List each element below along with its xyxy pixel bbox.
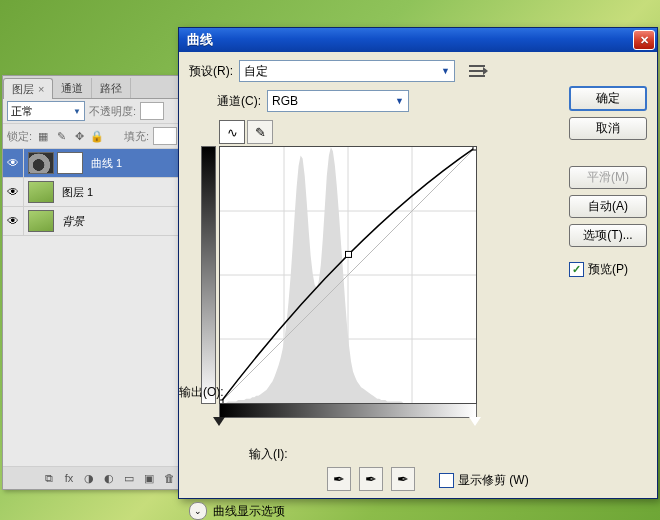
disclosure[interactable]: ⌄ 曲线显示选项 <box>189 502 285 520</box>
ok-button[interactable]: 确定 <box>569 86 647 111</box>
gray-eyedropper[interactable]: ✒ <box>359 467 383 491</box>
blend-mode-select[interactable]: 正常 ▼ <box>7 101 85 121</box>
curve-point-tool[interactable]: ∿ <box>219 120 245 144</box>
adjustment-icon[interactable]: ◐ <box>101 471 117 485</box>
button-column: 确定 取消 平滑(M) 自动(A) 选项(T)... ✓ 预览(P) <box>569 86 647 278</box>
output-gradient <box>201 146 216 404</box>
link-icon[interactable]: ⧉ <box>41 471 57 485</box>
layer-list-empty <box>3 236 181 466</box>
input-label: 输入(I): <box>249 446 288 463</box>
preview-checkbox[interactable]: ✓ 预览(P) <box>569 261 647 278</box>
curve-point[interactable] <box>473 147 476 150</box>
channel-value: RGB <box>272 94 298 108</box>
input-slider <box>219 418 477 430</box>
chevron-down-icon: ▼ <box>73 107 81 116</box>
chevron-down-icon: ▼ <box>441 66 450 76</box>
curve-point[interactable] <box>346 251 352 257</box>
lock-label: 锁定: <box>7 129 32 144</box>
panel-tabs: 图层× 通道 路径 <box>3 76 181 99</box>
button-label: 选项(T)... <box>583 227 632 244</box>
titlebar[interactable]: 曲线 ✕ <box>179 28 657 52</box>
close-icon[interactable]: × <box>38 83 44 95</box>
tab-label: 路径 <box>100 82 122 94</box>
lock-move-icon[interactable]: ✥ <box>72 129 86 143</box>
layer-row[interactable]: 👁 曲线 1 <box>3 149 181 178</box>
checkbox[interactable] <box>439 473 454 488</box>
layer-thumb[interactable] <box>28 210 54 232</box>
layers-panel: 图层× 通道 路径 正常 ▼ 不透明度: 锁定: ▦ ✎ ✥ 🔒 填充: <box>2 75 182 490</box>
tab-channels[interactable]: 通道 <box>53 78 92 98</box>
fx-icon[interactable]: fx <box>61 471 77 485</box>
panel-footer: ⧉ fx ◑ ◐ ▭ ▣ 🗑 <box>3 466 181 489</box>
layer-mask[interactable] <box>57 152 83 174</box>
layer-row[interactable]: 👁 图层 1 <box>3 178 181 207</box>
visibility-icon[interactable]: 👁 <box>3 178 24 206</box>
preset-select[interactable]: 自定 ▼ <box>239 60 455 82</box>
layer-list: 👁 曲线 1 👁 图层 1 👁 背景 <box>3 149 181 466</box>
lock-transparent-icon[interactable]: ▦ <box>36 129 50 143</box>
tab-layers[interactable]: 图层× <box>3 78 53 99</box>
layer-name: 曲线 1 <box>91 156 122 171</box>
fill-label: 填充: <box>124 129 149 144</box>
visibility-icon[interactable]: 👁 <box>3 149 24 177</box>
channel-label: 通道(C): <box>217 93 261 110</box>
preset-label: 预设(R): <box>189 63 233 80</box>
layer-name: 背景 <box>62 214 84 229</box>
close-button[interactable]: ✕ <box>633 30 655 50</box>
layer-thumb[interactable] <box>28 181 54 203</box>
opacity-label: 不透明度: <box>89 104 136 119</box>
smooth-button: 平滑(M) <box>569 166 647 189</box>
mask-icon[interactable]: ◑ <box>81 471 97 485</box>
curve-graph[interactable] <box>219 146 477 404</box>
auto-button[interactable]: 自动(A) <box>569 195 647 218</box>
lock-all-icon[interactable]: 🔒 <box>90 129 104 143</box>
checkbox-checked[interactable]: ✓ <box>569 262 584 277</box>
chevron-down-icon: ▼ <box>395 96 404 106</box>
close-icon: ✕ <box>640 34 649 47</box>
black-point-slider[interactable] <box>213 417 225 426</box>
visibility-icon[interactable]: 👁 <box>3 207 24 235</box>
preview-label: 预览(P) <box>588 261 628 278</box>
eyedroppers: ✒ ✒ ✒ <box>327 467 415 491</box>
tab-label: 图层 <box>12 83 34 95</box>
blend-mode-value: 正常 <box>11 104 33 119</box>
new-layer-icon[interactable]: ▣ <box>141 471 157 485</box>
opacity-field[interactable] <box>140 102 164 120</box>
curves-dialog: 曲线 ✕ 预设(R): 自定 ▼ 通道(C): RGB ▼ <box>178 27 658 499</box>
preset-row: 预设(R): 自定 ▼ <box>189 60 647 82</box>
button-label: 确定 <box>596 90 620 107</box>
blend-row: 正常 ▼ 不透明度: <box>3 99 181 124</box>
white-point-slider[interactable] <box>469 417 481 426</box>
lock-paint-icon[interactable]: ✎ <box>54 129 68 143</box>
show-clipping-label: 显示修剪 (W) <box>458 472 529 489</box>
button-label: 取消 <box>596 120 620 137</box>
tab-paths[interactable]: 路径 <box>92 78 131 98</box>
dialog-body: 预设(R): 自定 ▼ 通道(C): RGB ▼ ∿ ✎ <box>179 52 657 438</box>
options-button[interactable]: 选项(T)... <box>569 224 647 247</box>
layer-row[interactable]: 👁 背景 <box>3 207 181 236</box>
folder-icon[interactable]: ▭ <box>121 471 137 485</box>
input-gradient <box>219 404 477 418</box>
disclosure-label: 曲线显示选项 <box>213 503 285 520</box>
preset-menu-icon[interactable] <box>469 65 485 77</box>
trash-icon[interactable]: 🗑 <box>161 471 177 485</box>
layer-thumb[interactable] <box>28 152 54 174</box>
lock-row: 锁定: ▦ ✎ ✥ 🔒 填充: <box>3 124 181 149</box>
curve-pencil-tool[interactable]: ✎ <box>247 120 273 144</box>
tab-label: 通道 <box>61 82 83 94</box>
layer-name: 图层 1 <box>62 185 93 200</box>
fill-field[interactable] <box>153 127 177 145</box>
curve-svg <box>220 147 476 403</box>
viewport: 图层× 通道 路径 正常 ▼ 不透明度: 锁定: ▦ ✎ ✥ 🔒 填充: <box>0 0 660 520</box>
output-label: 输出(O): <box>179 384 224 401</box>
button-label: 平滑(M) <box>587 169 629 186</box>
show-clipping[interactable]: 显示修剪 (W) <box>439 472 529 489</box>
preset-value: 自定 <box>244 63 268 80</box>
white-eyedropper[interactable]: ✒ <box>391 467 415 491</box>
channel-select[interactable]: RGB ▼ <box>267 90 409 112</box>
cancel-button[interactable]: 取消 <box>569 117 647 140</box>
lock-icons: ▦ ✎ ✥ 🔒 <box>36 129 104 143</box>
button-label: 自动(A) <box>588 198 628 215</box>
black-eyedropper[interactable]: ✒ <box>327 467 351 491</box>
chevron-down-icon: ⌄ <box>189 502 207 520</box>
